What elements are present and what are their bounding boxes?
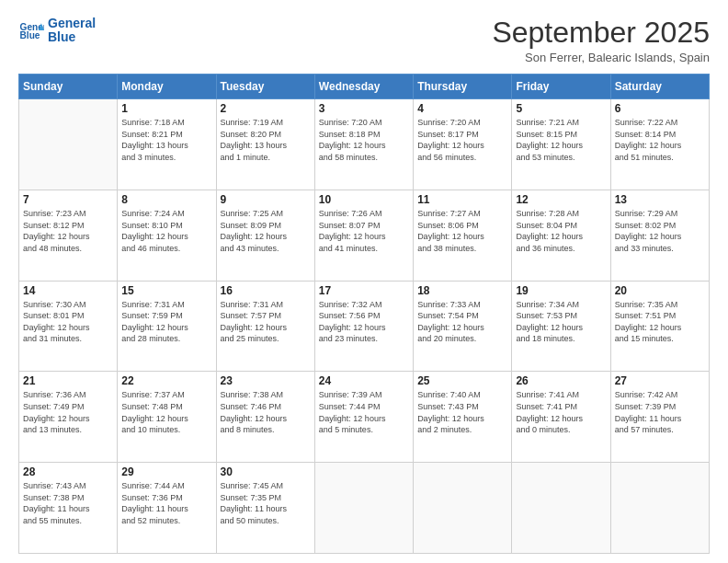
day-info: Sunrise: 7:43 AMSunset: 7:38 PMDaylight:… xyxy=(23,480,113,526)
calendar-cell: 18Sunrise: 7:33 AMSunset: 7:54 PMDayligh… xyxy=(414,281,512,372)
day-info: Sunrise: 7:34 AMSunset: 7:53 PMDaylight:… xyxy=(516,299,606,345)
calendar-cell: 24Sunrise: 7:39 AMSunset: 7:44 PMDayligh… xyxy=(314,372,413,463)
day-info: Sunrise: 7:44 AMSunset: 7:36 PMDaylight:… xyxy=(121,480,211,526)
day-number: 17 xyxy=(319,284,409,297)
day-number: 24 xyxy=(319,374,409,387)
calendar-cell: 9Sunrise: 7:25 AMSunset: 8:09 PMDaylight… xyxy=(216,190,314,281)
calendar-cell xyxy=(512,463,610,554)
calendar-week-row: 14Sunrise: 7:30 AMSunset: 8:01 PMDayligh… xyxy=(19,281,710,372)
day-number: 22 xyxy=(121,374,211,387)
day-info: Sunrise: 7:20 AMSunset: 8:18 PMDaylight:… xyxy=(319,117,409,163)
day-number: 9 xyxy=(221,193,311,206)
calendar-cell: 28Sunrise: 7:43 AMSunset: 7:38 PMDayligh… xyxy=(19,463,118,554)
day-number: 7 xyxy=(23,193,113,206)
day-number: 6 xyxy=(615,102,705,115)
day-number: 14 xyxy=(23,284,113,297)
calendar-cell: 13Sunrise: 7:29 AMSunset: 8:02 PMDayligh… xyxy=(610,190,709,281)
day-info: Sunrise: 7:42 AMSunset: 7:39 PMDaylight:… xyxy=(615,389,705,435)
day-number: 11 xyxy=(417,193,507,206)
day-info: Sunrise: 7:45 AMSunset: 7:35 PMDaylight:… xyxy=(221,480,311,526)
calendar-cell: 10Sunrise: 7:26 AMSunset: 8:07 PMDayligh… xyxy=(314,190,413,281)
calendar-week-row: 7Sunrise: 7:23 AMSunset: 8:12 PMDaylight… xyxy=(19,190,710,281)
calendar-cell: 30Sunrise: 7:45 AMSunset: 7:35 PMDayligh… xyxy=(216,463,314,554)
day-info: Sunrise: 7:18 AMSunset: 8:21 PMDaylight:… xyxy=(121,117,211,163)
calendar-cell: 3Sunrise: 7:20 AMSunset: 8:18 PMDaylight… xyxy=(314,99,413,190)
day-number: 1 xyxy=(121,102,211,115)
calendar-cell xyxy=(19,99,118,190)
calendar-cell: 14Sunrise: 7:30 AMSunset: 8:01 PMDayligh… xyxy=(19,281,118,372)
calendar-cell: 23Sunrise: 7:38 AMSunset: 7:46 PMDayligh… xyxy=(216,372,314,463)
day-number: 8 xyxy=(121,193,211,206)
calendar-cell: 26Sunrise: 7:41 AMSunset: 7:41 PMDayligh… xyxy=(512,372,610,463)
day-info: Sunrise: 7:31 AMSunset: 7:57 PMDaylight:… xyxy=(221,299,311,345)
logo-general: General xyxy=(48,17,96,30)
day-number: 4 xyxy=(417,102,507,115)
day-header-saturday: Saturday xyxy=(610,75,709,99)
day-number: 10 xyxy=(319,193,409,206)
day-number: 18 xyxy=(417,284,507,297)
day-number: 16 xyxy=(221,284,311,297)
svg-text:Blue: Blue xyxy=(20,31,40,41)
day-info: Sunrise: 7:36 AMSunset: 7:49 PMDaylight:… xyxy=(23,389,113,435)
day-info: Sunrise: 7:23 AMSunset: 8:12 PMDaylight:… xyxy=(23,208,113,254)
day-info: Sunrise: 7:35 AMSunset: 7:51 PMDaylight:… xyxy=(615,299,705,345)
calendar-cell: 25Sunrise: 7:40 AMSunset: 7:43 PMDayligh… xyxy=(414,372,512,463)
day-info: Sunrise: 7:21 AMSunset: 8:15 PMDaylight:… xyxy=(516,117,606,163)
day-number: 20 xyxy=(615,284,705,297)
day-header-wednesday: Wednesday xyxy=(314,75,413,99)
day-info: Sunrise: 7:32 AMSunset: 7:56 PMDaylight:… xyxy=(319,299,409,345)
day-info: Sunrise: 7:25 AMSunset: 8:09 PMDaylight:… xyxy=(221,208,311,254)
day-number: 12 xyxy=(516,193,606,206)
day-number: 23 xyxy=(221,374,311,387)
calendar-week-row: 28Sunrise: 7:43 AMSunset: 7:38 PMDayligh… xyxy=(19,463,710,554)
day-info: Sunrise: 7:30 AMSunset: 8:01 PMDaylight:… xyxy=(23,299,113,345)
calendar-cell: 15Sunrise: 7:31 AMSunset: 7:59 PMDayligh… xyxy=(118,281,216,372)
calendar-cell: 20Sunrise: 7:35 AMSunset: 7:51 PMDayligh… xyxy=(610,281,709,372)
day-number: 28 xyxy=(23,465,113,478)
day-info: Sunrise: 7:22 AMSunset: 8:14 PMDaylight:… xyxy=(615,117,705,163)
day-header-friday: Friday xyxy=(512,75,610,99)
day-number: 29 xyxy=(121,465,211,478)
calendar-cell: 22Sunrise: 7:37 AMSunset: 7:48 PMDayligh… xyxy=(118,372,216,463)
month-title: September 2025 xyxy=(492,17,710,49)
day-header-tuesday: Tuesday xyxy=(216,75,314,99)
calendar-cell: 17Sunrise: 7:32 AMSunset: 7:56 PMDayligh… xyxy=(314,281,413,372)
calendar-cell: 2Sunrise: 7:19 AMSunset: 8:20 PMDaylight… xyxy=(216,99,314,190)
day-number: 5 xyxy=(516,102,606,115)
day-info: Sunrise: 7:26 AMSunset: 8:07 PMDaylight:… xyxy=(319,208,409,254)
day-header-sunday: Sunday xyxy=(19,75,118,99)
calendar-header-row: SundayMondayTuesdayWednesdayThursdayFrid… xyxy=(19,75,710,99)
day-info: Sunrise: 7:33 AMSunset: 7:54 PMDaylight:… xyxy=(417,299,507,345)
day-header-thursday: Thursday xyxy=(414,75,512,99)
day-number: 25 xyxy=(417,374,507,387)
day-number: 27 xyxy=(615,374,705,387)
day-number: 15 xyxy=(121,284,211,297)
logo-blue: Blue xyxy=(48,30,96,44)
day-info: Sunrise: 7:24 AMSunset: 8:10 PMDaylight:… xyxy=(121,208,211,254)
day-info: Sunrise: 7:37 AMSunset: 7:48 PMDaylight:… xyxy=(121,389,211,435)
logo: General Blue General Blue xyxy=(18,17,96,45)
calendar-table: SundayMondayTuesdayWednesdayThursdayFrid… xyxy=(18,74,710,554)
day-info: Sunrise: 7:28 AMSunset: 8:04 PMDaylight:… xyxy=(516,208,606,254)
day-number: 26 xyxy=(516,374,606,387)
day-number: 3 xyxy=(319,102,409,115)
calendar-cell: 16Sunrise: 7:31 AMSunset: 7:57 PMDayligh… xyxy=(216,281,314,372)
day-info: Sunrise: 7:20 AMSunset: 8:17 PMDaylight:… xyxy=(417,117,507,163)
calendar-cell: 4Sunrise: 7:20 AMSunset: 8:17 PMDaylight… xyxy=(414,99,512,190)
day-number: 21 xyxy=(23,374,113,387)
day-header-monday: Monday xyxy=(118,75,216,99)
title-block: September 2025 Son Ferrer, Balearic Isla… xyxy=(492,17,710,64)
calendar-cell xyxy=(610,463,709,554)
calendar-cell: 27Sunrise: 7:42 AMSunset: 7:39 PMDayligh… xyxy=(610,372,709,463)
page-header: General Blue General Blue September 2025… xyxy=(18,17,710,64)
day-info: Sunrise: 7:39 AMSunset: 7:44 PMDaylight:… xyxy=(319,389,409,435)
day-info: Sunrise: 7:41 AMSunset: 7:41 PMDaylight:… xyxy=(516,389,606,435)
logo-icon: General Blue xyxy=(18,17,44,43)
day-number: 19 xyxy=(516,284,606,297)
day-info: Sunrise: 7:38 AMSunset: 7:46 PMDaylight:… xyxy=(221,389,311,435)
calendar-cell: 8Sunrise: 7:24 AMSunset: 8:10 PMDaylight… xyxy=(118,190,216,281)
day-number: 13 xyxy=(615,193,705,206)
calendar-cell: 5Sunrise: 7:21 AMSunset: 8:15 PMDaylight… xyxy=(512,99,610,190)
day-info: Sunrise: 7:31 AMSunset: 7:59 PMDaylight:… xyxy=(121,299,211,345)
calendar-cell: 19Sunrise: 7:34 AMSunset: 7:53 PMDayligh… xyxy=(512,281,610,372)
